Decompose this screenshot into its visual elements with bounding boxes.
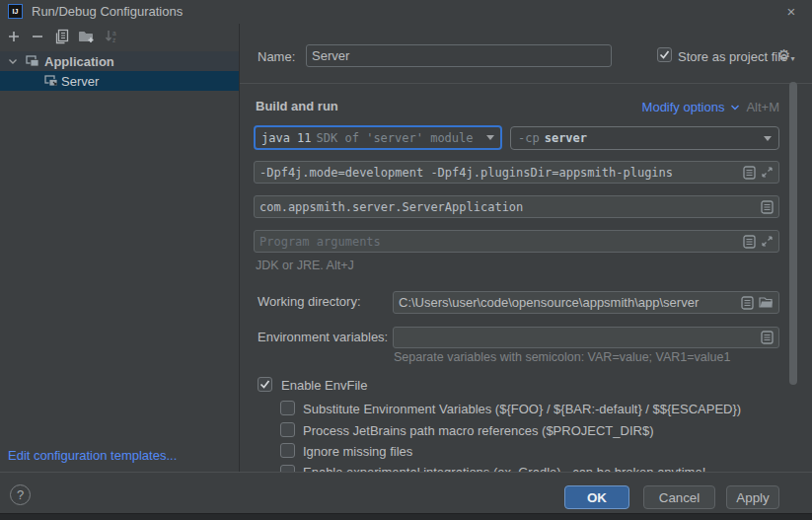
main-class-field[interactable] [254,195,779,218]
run-configuration-icon [43,73,59,89]
environment-variables-hint: Separate variables with semicolon: VAR=v… [394,350,730,364]
browse-folder-icon[interactable] [759,296,774,309]
vm-options-input[interactable] [259,166,738,180]
tree-group-label: Application [44,54,114,69]
ignore-missing-files-checkbox[interactable] [280,443,295,458]
name-field[interactable] [306,44,612,67]
name-input[interactable] [312,48,606,63]
program-arguments-input[interactable] [259,235,738,249]
macros-list-icon[interactable] [761,331,774,344]
checkmark-icon [659,49,670,60]
remove-configuration-button[interactable] [30,29,45,44]
environment-variables-input[interactable] [399,331,756,345]
build-and-run-title: Build and run [256,99,338,113]
title-bar: IJ Run/Debug Configurations × [0,0,812,24]
checkmark-icon [259,379,270,390]
classpath-combo[interactable]: -cp server [510,126,779,150]
new-folder-button[interactable] [78,29,94,44]
footer-separator [0,472,812,473]
macros-list-icon[interactable] [761,200,774,214]
store-as-project-file-label[interactable]: Store as project file [678,49,787,64]
working-directory-label: Working directory: [258,294,361,309]
tree-item-server[interactable]: Server [0,71,239,91]
jdk-combo[interactable]: java 11 SDK of 'server' module [254,125,502,150]
program-arguments-field[interactable] [254,230,779,253]
working-directory-input[interactable] [399,295,736,310]
vertical-scrollbar[interactable] [789,82,797,385]
svg-text:z: z [112,37,115,43]
run-debug-configurations-dialog: IJ Run/Debug Configurations × a z [0,0,812,520]
jdk-combo-value: java 11 [261,131,312,145]
working-directory-field[interactable] [393,291,779,314]
process-path-macros-checkbox[interactable] [280,422,295,437]
copy-configuration-button[interactable] [54,29,70,44]
experimental-integrations-checkbox[interactable] [280,465,295,472]
apply-button[interactable]: Apply [726,485,779,509]
vm-options-field[interactable] [254,161,779,184]
modify-options-shortcut: Alt+M [746,100,779,114]
modify-options-link[interactable]: Modify options [642,100,725,114]
cancel-button[interactable]: Cancel [643,485,715,509]
enable-envfile-label[interactable]: Enable EnvFile [281,378,367,393]
process-path-macros-label[interactable]: Process JetBrains path macro references … [303,423,653,438]
add-configuration-button[interactable] [6,29,22,44]
window-title: Run/Debug Configurations [32,0,183,24]
settings-gear-icon[interactable]: ⚙▾ [777,47,794,63]
store-as-project-file-checkbox[interactable] [657,47,672,62]
close-icon[interactable]: × [779,0,803,24]
environment-variables-field[interactable] [393,327,779,348]
screen-edge-strip [0,513,812,520]
classpath-combo-value: server [545,131,587,145]
application-type-icon [25,53,40,69]
main-class-input[interactable] [259,200,756,214]
section-separator [240,83,812,84]
classpath-combo-prefix: -cp [518,131,540,145]
ignore-missing-files-label[interactable]: Ignore missing files [303,444,412,459]
svg-text:a: a [112,30,116,37]
sort-configurations-icon: a z [104,29,119,44]
expand-field-icon[interactable] [761,235,774,248]
macros-list-icon[interactable] [743,166,756,180]
experimental-integrations-label[interactable]: Enable experimental integrations (ex. Gr… [303,465,705,472]
intellij-logo-icon: IJ [8,4,23,19]
substitute-env-vars-checkbox[interactable] [280,401,295,415]
experimental-integrations-row[interactable]: Enable experimental integrations (ex. Gr… [280,465,779,472]
chevron-down-icon [764,136,772,141]
chevron-down-icon[interactable] [730,103,740,112]
enable-envfile-checkbox[interactable] [258,377,272,392]
chevron-down-icon [486,135,494,140]
jdk-combo-suffix: SDK of 'server' module [317,131,474,145]
name-label: Name: [258,49,295,64]
jdk-hint: JDK or JRE. Alt+J [256,259,354,272]
edit-configuration-templates-link[interactable]: Edit configuration templates... [8,448,177,463]
help-button[interactable]: ? [10,484,31,505]
substitute-env-vars-label[interactable]: Substitute Environment Variables (${FOO}… [303,402,741,416]
ok-button[interactable]: OK [564,485,629,509]
expand-field-icon[interactable] [761,166,774,179]
environment-variables-label: Environment variables: [258,330,388,344]
chevron-down-icon[interactable] [7,55,19,67]
macros-list-icon[interactable] [743,235,756,249]
tree-group-application[interactable]: Application [0,51,239,71]
panel-divider [239,24,240,472]
tree-item-label: Server [61,74,99,89]
macros-list-icon[interactable] [741,296,754,310]
